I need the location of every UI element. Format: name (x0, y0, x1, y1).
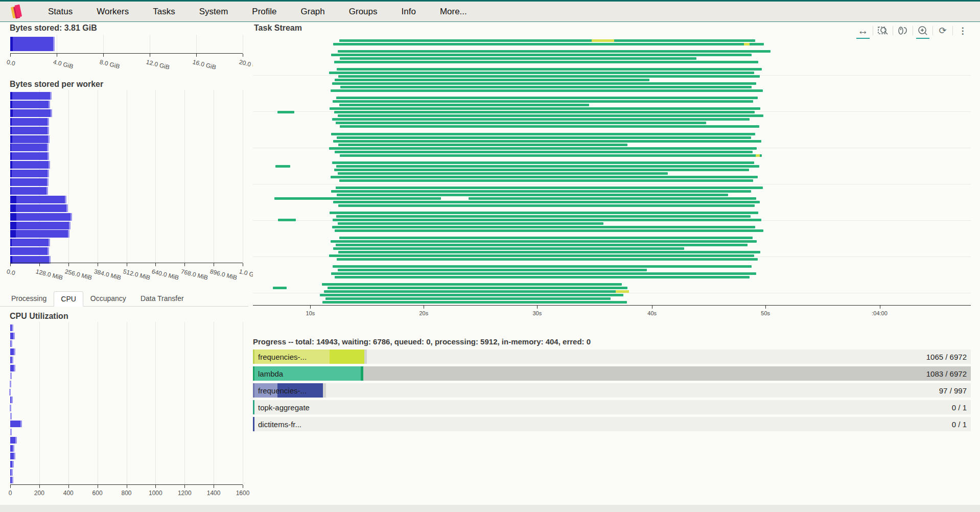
gridline (243, 90, 243, 263)
task-stream-chart[interactable] (253, 39, 971, 305)
task-bar (339, 104, 589, 106)
toolbar-separator (913, 26, 913, 35)
axis-tick-label: 30s (533, 310, 542, 316)
axis-tick-label: 50s (761, 310, 770, 316)
task-bar (329, 72, 754, 74)
progress-row: lambda1083 / 6972 (253, 366, 971, 381)
axis-tick (98, 485, 98, 488)
axis-tick (243, 263, 243, 266)
worker-bar (10, 127, 49, 134)
task-bar (337, 68, 762, 71)
progress-row-accent (253, 400, 254, 414)
task-bar (340, 154, 762, 157)
axis-tick (155, 263, 156, 266)
reset-icon[interactable]: ⟳ (936, 24, 949, 37)
task-bar (338, 144, 627, 146)
gridline (214, 322, 214, 484)
task-bar (320, 294, 623, 296)
dask-logo-icon[interactable] (9, 4, 25, 20)
nav-item-tasks[interactable]: Tasks (153, 7, 175, 17)
task-bar (333, 247, 684, 250)
worker-bar (10, 161, 50, 169)
nav-item-more[interactable]: More... (440, 7, 467, 17)
cpu-bar (10, 405, 11, 411)
cpu-bar (10, 477, 13, 483)
zoom-in-icon[interactable] (916, 24, 929, 37)
axis-tick-label: 640.0 MiB (151, 268, 180, 282)
gridline (184, 322, 185, 484)
cpu-utilization-chart[interactable] (10, 322, 243, 484)
gridline (150, 35, 150, 53)
tab-processing[interactable]: Processing (4, 291, 54, 306)
pan-icon[interactable]: ↔ (856, 24, 870, 37)
worker-bar-dark-segment (10, 161, 12, 169)
cpu-bar (10, 381, 11, 387)
bytes-per-worker-title: Bytes stored per worker (10, 80, 103, 89)
task-bar (324, 290, 618, 293)
axis-tick (196, 54, 197, 57)
worker-bar (10, 239, 50, 246)
progress-row-count: 1065 / 6972 (926, 353, 967, 361)
axis-tick (424, 306, 424, 309)
axis-tick-label: 200 (34, 490, 44, 497)
task-bar (332, 161, 754, 164)
gridline (214, 90, 214, 263)
navbar: StatusWorkersTasksSystemProfileGraphGrou… (0, 0, 980, 22)
nav-item-graph[interactable]: Graph (301, 7, 325, 17)
worker-bar (10, 178, 49, 186)
gridline (243, 35, 243, 53)
progress-row-count: 1083 / 6972 (926, 369, 967, 378)
axis-tick (103, 54, 104, 57)
axis-tick (880, 306, 880, 309)
progress-row-label: lambda (258, 369, 283, 378)
bytes-stored-title: Bytes stored: 3.81 GiB (10, 24, 97, 33)
tab-occupancy[interactable]: Occupancy (83, 291, 133, 306)
progress-row: frequencies-...1065 / 6972 (253, 350, 971, 364)
task-bar (332, 82, 756, 85)
cpu-bar (10, 365, 15, 371)
task-bar (338, 222, 603, 225)
box-zoom-icon[interactable] (876, 24, 890, 37)
axis-tick (39, 263, 40, 266)
axis-tick-label: 896.0 MiB (209, 268, 238, 282)
nav-item-info[interactable]: Info (402, 7, 416, 17)
progress-row-label: frequencies-... (258, 386, 307, 395)
bytes-per-worker-chart[interactable] (10, 90, 243, 263)
task-bar (337, 258, 757, 261)
bytes-stored-chart[interactable] (10, 35, 243, 53)
progress-segment (323, 383, 326, 398)
more-icon[interactable]: ⋮ (956, 24, 969, 37)
nav-item-status[interactable]: Status (48, 7, 73, 17)
task-bar (333, 219, 761, 221)
axis-tick (310, 306, 311, 309)
axis-tick (68, 263, 69, 266)
cpu-bar (10, 413, 12, 420)
nav-item-workers[interactable]: Workers (97, 7, 129, 17)
tab-data-transfer[interactable]: Data Transfer (133, 291, 191, 306)
task-bar (322, 301, 627, 304)
axis-tick (150, 54, 150, 57)
worker-group-separator (253, 184, 971, 184)
wheel-zoom-icon[interactable] (896, 24, 909, 37)
cpu-bar (10, 453, 15, 459)
cpu-bar (10, 429, 12, 435)
worker-bar-dark-segment (10, 109, 13, 117)
tab-cpu[interactable]: CPU (54, 291, 83, 307)
task-bar (339, 39, 756, 42)
nav-item-profile[interactable]: Profile (252, 7, 276, 17)
axis-tick (214, 485, 214, 488)
nav-item-groups[interactable]: Groups (349, 7, 378, 17)
axis-tick (57, 54, 57, 57)
cpu-bar (10, 421, 22, 427)
axis-tick (765, 306, 766, 309)
nav-item-system[interactable]: System (199, 7, 228, 17)
left-panel-tabs: ProcessingCPUOccupancyData Transfer (0, 291, 248, 307)
dask-dashboard: StatusWorkersTasksSystemProfileGraphGrou… (0, 0, 980, 512)
axis-tick-label: 12.0 GiB (146, 58, 171, 71)
axis-tick-label: 16.0 GiB (192, 58, 217, 71)
axis-tick (652, 306, 652, 309)
task-bar (334, 61, 758, 63)
progress-row-accent (253, 417, 254, 431)
cpu-bar (10, 445, 14, 452)
axis-tick-label: 800 (121, 490, 131, 497)
